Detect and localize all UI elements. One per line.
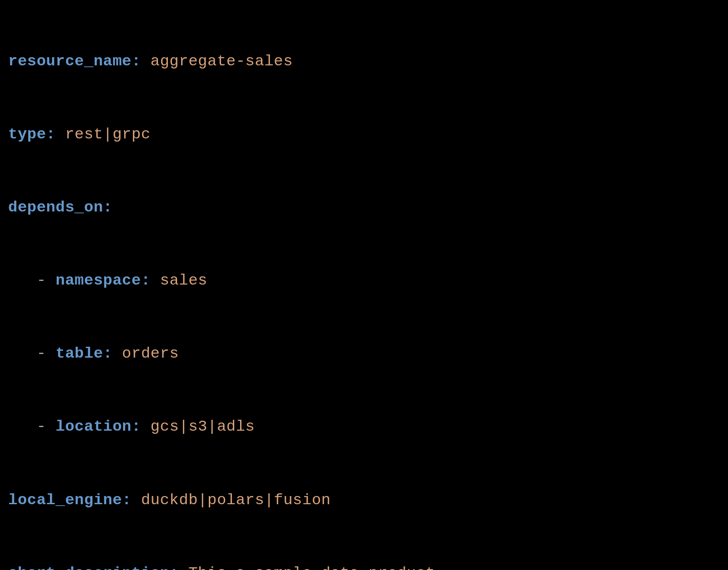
val-location: gcs|s3|adls — [141, 418, 255, 435]
key-resource-name: resource_name: — [8, 53, 141, 70]
indent — [8, 418, 37, 435]
key-local-engine: local_engine: — [8, 491, 132, 509]
dash-icon: - — [37, 418, 56, 435]
key-namespace: namespace: — [56, 272, 151, 289]
yaml-code-block: resource_name: aggregate-sales type: res… — [0, 0, 728, 570]
line-short-description: short_description: This a sample data pr… — [8, 555, 720, 570]
key-table: table: — [56, 345, 113, 362]
val-resource-name: aggregate-sales — [141, 53, 293, 70]
key-depends-on: depends_on: — [8, 199, 113, 216]
val-table: orders — [113, 345, 179, 362]
line-table: - table: orders — [8, 335, 720, 372]
dash-icon: - — [37, 345, 56, 362]
val-type: rest|grpc — [56, 126, 151, 143]
dash-icon: - — [37, 272, 56, 289]
line-namespace: - namespace: sales — [8, 262, 720, 299]
val-short-description: This a sample data product — [179, 565, 435, 570]
key-short-description: short_description: — [8, 565, 179, 570]
indent — [8, 272, 37, 289]
line-depends-on: depends_on: — [8, 189, 720, 226]
key-type: type: — [8, 126, 56, 143]
indent — [8, 345, 37, 362]
key-location: location: — [56, 418, 141, 435]
line-local-engine: local_engine: duckdb|polars|fusion — [8, 482, 720, 519]
line-location: - location: gcs|s3|adls — [8, 408, 720, 445]
line-resource-name: resource_name: aggregate-sales — [8, 43, 720, 80]
val-local-engine: duckdb|polars|fusion — [132, 491, 331, 509]
line-type: type: rest|grpc — [8, 116, 720, 153]
val-namespace: sales — [151, 272, 207, 289]
